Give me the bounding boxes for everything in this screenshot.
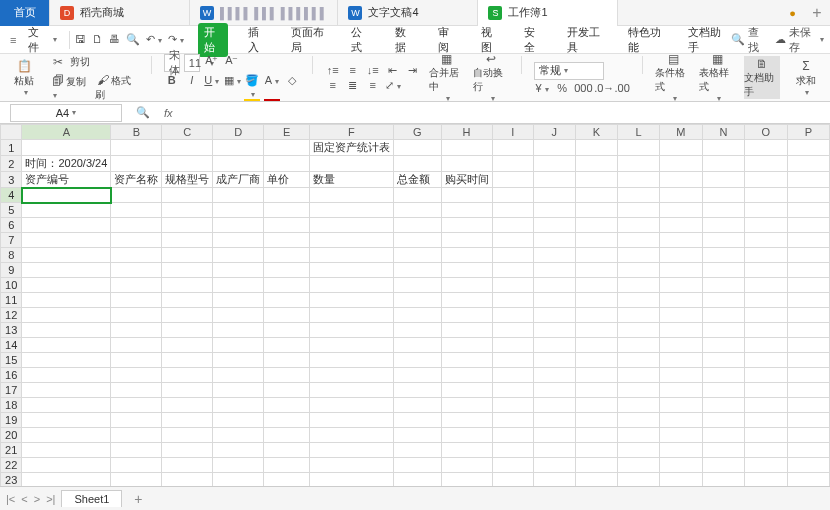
cell-B9[interactable]	[111, 263, 162, 278]
preview-icon[interactable]: 🔍	[126, 33, 140, 46]
cell-O4[interactable]	[745, 188, 788, 203]
cell-L22[interactable]	[618, 458, 660, 473]
cell-N11[interactable]	[702, 293, 744, 308]
cell-A12[interactable]	[22, 308, 111, 323]
cell-E8[interactable]	[264, 248, 309, 263]
cell-O23[interactable]	[745, 473, 788, 487]
cell-C20[interactable]	[162, 428, 213, 443]
cell-K14[interactable]	[575, 338, 617, 353]
cell-O12[interactable]	[745, 308, 788, 323]
cell-K3[interactable]	[575, 172, 617, 188]
cell-J15[interactable]	[533, 353, 575, 368]
cell-K13[interactable]	[575, 323, 617, 338]
row-header-17[interactable]: 17	[1, 383, 22, 398]
cell-H17[interactable]	[441, 383, 492, 398]
cell-P2[interactable]	[787, 156, 829, 172]
cell-D21[interactable]	[213, 443, 264, 458]
cell-G2[interactable]	[393, 156, 441, 172]
cell-D17[interactable]	[213, 383, 264, 398]
row-header-18[interactable]: 18	[1, 398, 22, 413]
cell-C22[interactable]	[162, 458, 213, 473]
cell-E18[interactable]	[264, 398, 309, 413]
clear-format-button[interactable]: ◇	[284, 74, 300, 101]
cell-A11[interactable]	[22, 293, 111, 308]
cell-C9[interactable]	[162, 263, 213, 278]
cell-E13[interactable]	[264, 323, 309, 338]
cell-F1[interactable]: 固定资产统计表	[309, 140, 393, 156]
cell-D22[interactable]	[213, 458, 264, 473]
col-header-J[interactable]: J	[533, 125, 575, 140]
cell-J18[interactable]	[533, 398, 575, 413]
col-header-I[interactable]: I	[492, 125, 533, 140]
cell-P22[interactable]	[787, 458, 829, 473]
cell-M21[interactable]	[660, 443, 703, 458]
cell-B14[interactable]	[111, 338, 162, 353]
formula-input[interactable]	[179, 104, 830, 122]
cell-A14[interactable]	[22, 338, 111, 353]
cell-P6[interactable]	[787, 218, 829, 233]
row-header-9[interactable]: 9	[1, 263, 22, 278]
menutab-security[interactable]: 安全	[518, 23, 547, 57]
cell-L20[interactable]	[618, 428, 660, 443]
cell-L14[interactable]	[618, 338, 660, 353]
menutab-data[interactable]: 数据	[389, 23, 418, 57]
cell-P9[interactable]	[787, 263, 829, 278]
cell-O15[interactable]	[745, 353, 788, 368]
cell-A23[interactable]	[22, 473, 111, 487]
cell-M14[interactable]	[660, 338, 703, 353]
cell-A6[interactable]	[22, 218, 111, 233]
grow-font-icon[interactable]: A⁺	[204, 54, 220, 72]
cell-K9[interactable]	[575, 263, 617, 278]
table-style-button[interactable]: ▦ 表格样式	[699, 56, 735, 99]
cell-C19[interactable]	[162, 413, 213, 428]
cell-B5[interactable]	[111, 203, 162, 218]
cell-O16[interactable]	[745, 368, 788, 383]
cell-C11[interactable]	[162, 293, 213, 308]
cell-K5[interactable]	[575, 203, 617, 218]
cell-J12[interactable]	[533, 308, 575, 323]
cell-D1[interactable]	[213, 140, 264, 156]
menutab-start[interactable]: 开始	[198, 23, 227, 57]
cell-B16[interactable]	[111, 368, 162, 383]
col-header-G[interactable]: G	[393, 125, 441, 140]
cell-H15[interactable]	[441, 353, 492, 368]
cell-H11[interactable]	[441, 293, 492, 308]
name-box[interactable]: A4	[10, 104, 122, 122]
cell-O10[interactable]	[745, 278, 788, 293]
align-right-icon[interactable]: ≡	[365, 79, 381, 92]
paste-button[interactable]: 📋 粘贴	[6, 56, 42, 99]
align-mid-icon[interactable]: ≡	[345, 64, 361, 77]
sum-button[interactable]: Σ 求和	[788, 56, 824, 99]
cell-H18[interactable]	[441, 398, 492, 413]
cell-N20[interactable]	[702, 428, 744, 443]
corner-cell[interactable]	[1, 125, 22, 140]
row-header-2[interactable]: 2	[1, 156, 22, 172]
merge-center-button[interactable]: ▦ 合并居中	[429, 56, 465, 99]
redo-icon[interactable]: ↷	[168, 33, 184, 46]
sheet-tab[interactable]: Sheet1	[61, 490, 122, 507]
menutab-dev[interactable]: 开发工具	[561, 23, 607, 57]
row-header-4[interactable]: 4	[1, 188, 22, 203]
cell-L12[interactable]	[618, 308, 660, 323]
cell-C16[interactable]	[162, 368, 213, 383]
cell-L23[interactable]	[618, 473, 660, 487]
cell-L6[interactable]	[618, 218, 660, 233]
cell-B21[interactable]	[111, 443, 162, 458]
cell-P17[interactable]	[787, 383, 829, 398]
menutab-formula[interactable]: 公式	[345, 23, 374, 57]
cell-L17[interactable]	[618, 383, 660, 398]
cell-N17[interactable]	[702, 383, 744, 398]
cell-A20[interactable]	[22, 428, 111, 443]
file-menu[interactable]: 文件	[22, 25, 62, 55]
cell-K8[interactable]	[575, 248, 617, 263]
row-header-8[interactable]: 8	[1, 248, 22, 263]
menutab-insert[interactable]: 插入	[242, 23, 271, 57]
cell-J23[interactable]	[533, 473, 575, 487]
cell-M1[interactable]	[660, 140, 703, 156]
cell-L1[interactable]	[618, 140, 660, 156]
cell-F14[interactable]	[309, 338, 393, 353]
cell-I22[interactable]	[492, 458, 533, 473]
wrap-text-button[interactable]: ↩ 自动换行	[473, 56, 509, 99]
cell-F20[interactable]	[309, 428, 393, 443]
cell-P12[interactable]	[787, 308, 829, 323]
